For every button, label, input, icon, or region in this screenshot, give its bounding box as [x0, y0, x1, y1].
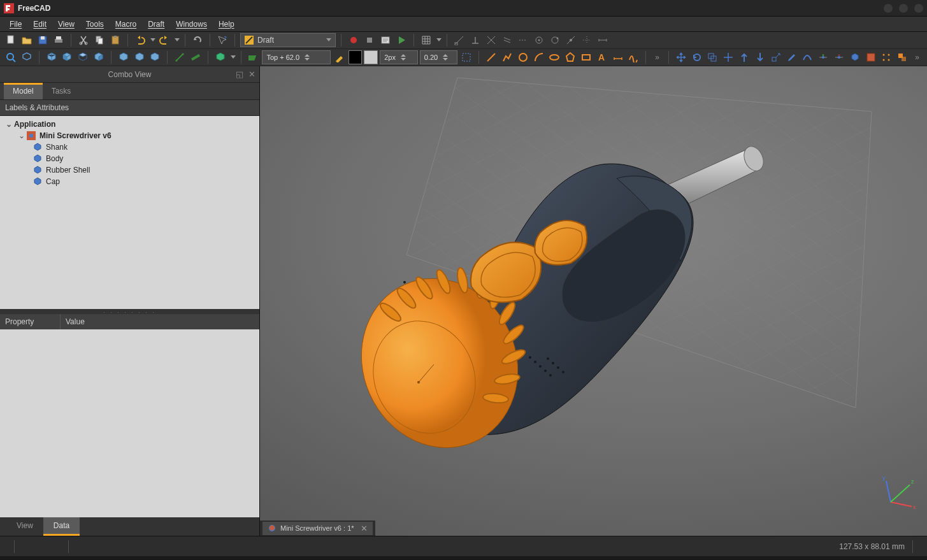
rotate-tool-button[interactable] — [690, 50, 704, 64]
redo-dropdown-icon[interactable] — [175, 38, 180, 42]
dimension-tool-button[interactable] — [611, 50, 625, 64]
menu-windows[interactable]: Windows — [170, 18, 213, 31]
front-view-button[interactable] — [60, 50, 74, 64]
spin-up-icon[interactable] — [305, 54, 310, 57]
bspline-tool-button[interactable] — [626, 50, 640, 64]
menu-help[interactable]: Help — [213, 18, 240, 31]
overflow-icon[interactable]: » — [655, 53, 659, 62]
tree-item-rubber-shell[interactable]: Rubber Shell — [0, 164, 259, 176]
spin-down-icon[interactable] — [305, 58, 310, 61]
menu-file[interactable]: File — [4, 18, 27, 31]
spin-up-icon[interactable] — [443, 54, 448, 57]
menu-view[interactable]: View — [52, 18, 80, 31]
ellipse-tool-button[interactable] — [547, 50, 561, 64]
upgrade-tool-button[interactable] — [737, 50, 751, 64]
expand-icon[interactable]: ⌄ — [5, 120, 13, 129]
tree-item-cap[interactable]: Cap — [0, 176, 259, 187]
tree-item-body[interactable]: Body — [0, 153, 259, 164]
tree-item-shank[interactable]: Shank — [0, 141, 259, 153]
move-tool-button[interactable] — [674, 50, 688, 64]
undo-button[interactable] — [133, 33, 147, 47]
snap-near-button[interactable] — [564, 33, 578, 47]
workbench-selector[interactable]: Draft — [240, 33, 336, 47]
grid-dropdown-icon[interactable] — [436, 38, 442, 42]
snap-center-button[interactable] — [532, 33, 546, 47]
snap-angle-button[interactable] — [548, 33, 562, 47]
panel-float-button[interactable]: ◱ — [236, 69, 243, 79]
tab-tasks[interactable]: Tasks — [43, 83, 80, 99]
new-button[interactable] — [4, 33, 18, 47]
window-close-button[interactable] — [914, 4, 923, 13]
fit-selection-button[interactable] — [20, 50, 34, 64]
paste-button[interactable] — [108, 33, 122, 47]
wire-tool-button[interactable] — [500, 50, 514, 64]
part-appearance-button[interactable] — [213, 50, 227, 64]
working-plane-input[interactable]: Top + 62.0 — [262, 50, 330, 64]
print-button[interactable] — [52, 33, 66, 47]
document-tab[interactable]: Mini Screwdriver v6 : 1* ✕ — [262, 522, 373, 535]
text-tool-button[interactable]: A — [595, 50, 609, 64]
macro-record-button[interactable] — [347, 33, 361, 47]
snap-endpoint-button[interactable] — [452, 33, 466, 47]
grid-toggle-button[interactable] — [419, 33, 433, 47]
snap-parallel-button[interactable] — [500, 33, 514, 47]
clone-button[interactable] — [895, 50, 909, 64]
snap-extension-button[interactable] — [516, 33, 530, 47]
polygon-tool-button[interactable] — [563, 50, 577, 64]
add-point-button[interactable] — [816, 50, 830, 64]
line-color-swatch[interactable] — [364, 50, 378, 64]
refresh-button[interactable] — [190, 33, 205, 47]
left-view-button[interactable] — [148, 50, 162, 64]
menu-macro[interactable]: Macro — [110, 18, 142, 31]
tab-view-properties[interactable]: View — [6, 517, 43, 536]
circle-tool-button[interactable] — [516, 50, 530, 64]
style-button[interactable] — [333, 50, 347, 64]
tab-model[interactable]: Model — [4, 83, 43, 99]
spin-down-icon[interactable] — [443, 58, 448, 61]
snap-intersection-button[interactable] — [484, 33, 498, 47]
copy-button[interactable] — [92, 33, 106, 47]
snap-dimensions-button[interactable] — [596, 33, 610, 47]
top-view-button[interactable] — [76, 50, 90, 64]
splitter-handle[interactable]: · · · · · · · · — [0, 309, 259, 314]
del-point-button[interactable] — [832, 50, 846, 64]
macro-execute-button[interactable] — [394, 33, 408, 47]
scale-tool-button[interactable] — [769, 50, 783, 64]
measure-distance-button[interactable] — [173, 50, 187, 64]
bottom-view-button[interactable] — [133, 50, 147, 64]
overflow-icon-2[interactable]: » — [915, 53, 919, 62]
menu-edit[interactable]: Edit — [27, 18, 52, 31]
model-tree[interactable]: ⌄ Application ⌄ Mini Screwdriver v6 Shan… — [0, 116, 259, 309]
menu-draft[interactable]: Draft — [142, 18, 170, 31]
property-body[interactable] — [0, 329, 259, 517]
window-minimize-button[interactable] — [884, 4, 893, 13]
trimex-tool-button[interactable] — [721, 50, 735, 64]
window-maximize-button[interactable] — [899, 4, 908, 13]
right-view-button[interactable] — [92, 50, 106, 64]
edit-tool-button[interactable] — [785, 50, 799, 64]
rear-view-button[interactable] — [117, 50, 131, 64]
array-button[interactable] — [880, 50, 894, 64]
macro-stop-button[interactable] — [363, 33, 377, 47]
fit-all-button[interactable] — [4, 50, 18, 64]
face-color-swatch[interactable] — [349, 50, 363, 64]
panel-close-button[interactable]: ✕ — [248, 69, 255, 79]
wire-to-bspline-button[interactable] — [800, 50, 814, 64]
snap-ortho-button[interactable] — [580, 33, 594, 47]
tree-document[interactable]: ⌄ Mini Screwdriver v6 — [0, 130, 259, 141]
shape2dview-button[interactable] — [848, 50, 862, 64]
font-size-input[interactable]: 0.20 — [420, 50, 458, 64]
downgrade-tool-button[interactable] — [753, 50, 767, 64]
tab-data-properties[interactable]: Data — [43, 517, 80, 536]
undo-dropdown-icon[interactable] — [150, 38, 155, 42]
spin-up-icon[interactable] — [401, 54, 406, 57]
offset-tool-button[interactable] — [706, 50, 720, 64]
whatsthis-button[interactable]: ? — [215, 33, 229, 47]
open-button[interactable] — [20, 33, 34, 47]
document-tab-close[interactable]: ✕ — [361, 524, 368, 533]
snap-perpendicular-button[interactable] — [468, 33, 482, 47]
isometric-button[interactable] — [45, 50, 59, 64]
draft2sketch-button[interactable] — [864, 50, 878, 64]
appearance-dropdown-icon[interactable] — [231, 55, 236, 59]
line-tool-button[interactable] — [484, 50, 498, 64]
